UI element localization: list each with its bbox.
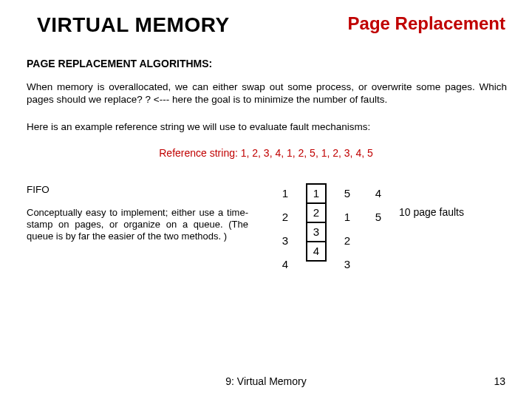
table-col-3: 4 5 bbox=[368, 184, 389, 274]
cell: 2 bbox=[306, 202, 327, 223]
cell: 4 bbox=[275, 255, 296, 274]
cell: 1 bbox=[275, 184, 296, 203]
table-col-1-boxed: 1 2 3 4 bbox=[306, 184, 327, 261]
section-heading: PAGE REPLACEMENT ALGORITHMS: bbox=[0, 37, 532, 69]
reference-string: Reference string: 1, 2, 3, 4, 1, 2, 5, 1… bbox=[0, 132, 532, 159]
table-col-2: 5 1 2 3 bbox=[337, 184, 358, 274]
cell: 5 bbox=[368, 208, 389, 227]
slide-title-right: Page Replacement bbox=[348, 13, 505, 34]
fifo-label: FIFO bbox=[27, 184, 248, 207]
cell: 3 bbox=[275, 231, 296, 250]
cell: 5 bbox=[337, 184, 358, 203]
page-number: 13 bbox=[494, 375, 505, 387]
cell: 3 bbox=[337, 255, 358, 274]
footer-center: 9: Virtual Memory bbox=[0, 375, 532, 387]
cell bbox=[368, 231, 389, 250]
cell: 1 bbox=[306, 183, 327, 204]
slide-title-left: VIRTUAL MEMORY bbox=[37, 13, 230, 37]
paragraph-overallocated: When memory is overallocated, we can eit… bbox=[0, 69, 532, 106]
cell: 2 bbox=[337, 231, 358, 250]
cell: 3 bbox=[306, 222, 327, 242]
table-col-0: 1 2 3 4 bbox=[275, 184, 296, 274]
fifo-table: 1 2 3 4 1 2 3 4 5 1 2 3 4 5 10 page faul… bbox=[275, 184, 464, 274]
fifo-description: Conceptually easy to implement; either u… bbox=[27, 207, 248, 243]
page-faults-label: 10 page faults bbox=[399, 184, 464, 218]
cell: 2 bbox=[275, 208, 296, 227]
cell: 4 bbox=[368, 184, 389, 203]
cell: 1 bbox=[337, 208, 358, 227]
paragraph-example-intro: Here is an example reference string we w… bbox=[0, 106, 532, 132]
cell bbox=[368, 255, 389, 274]
cell: 4 bbox=[306, 241, 327, 262]
